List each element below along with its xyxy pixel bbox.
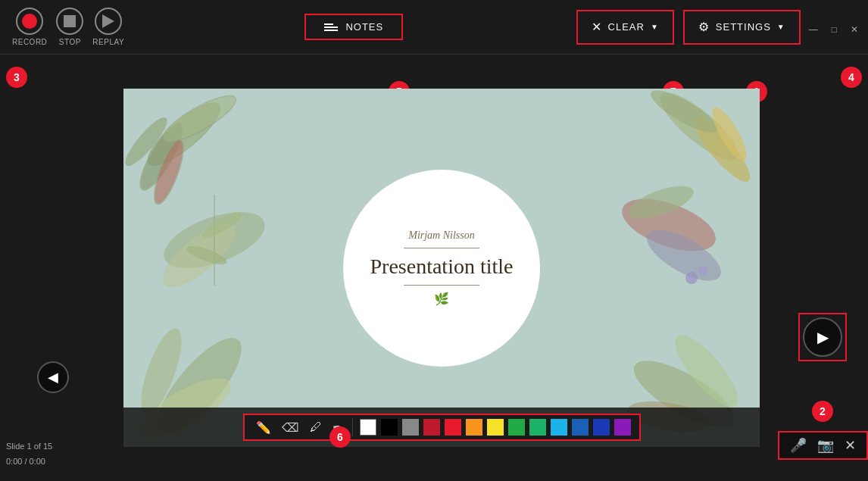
previous-slide-button[interactable]: ◀ [37, 361, 69, 393]
notes-label: NOTES [345, 21, 383, 33]
x-icon: ✕ [592, 20, 602, 34]
botanical-center-left [154, 180, 275, 301]
slide-wrapper: 5 7 1 [123, 89, 760, 447]
clear-chevron-icon: ▼ [651, 23, 659, 31]
record-dot [22, 14, 37, 29]
top-bar: RECORD STOP REPLAY NOTES [0, 0, 868, 55]
slide-title: Presentation title [358, 255, 526, 279]
left-panel: 3 ◀ Slide 1 of 15 0:00 / 0:00 [0, 55, 106, 481]
slide-author: Mirjam Nilsson [408, 230, 475, 242]
clear-label: CLEAR [608, 21, 645, 33]
badge-4: 4 [841, 67, 862, 88]
color-blue[interactable] [572, 419, 589, 436]
next-slide-area: ▶ [798, 313, 847, 361]
color-gray[interactable] [402, 419, 419, 436]
slide-leaf-icon: 🌿 [434, 292, 449, 306]
svg-point-17 [685, 272, 698, 284]
badge-2: 2 [812, 401, 833, 422]
slide-circle: Mirjam Nilsson Presentation title 🌿 [343, 170, 540, 367]
minimize-button[interactable]: — [805, 23, 822, 36]
close-media-button[interactable]: ✕ [840, 436, 860, 455]
maximize-button[interactable]: □ [828, 23, 841, 36]
bottom-toolbar: ✏️ ⌫ 🖊 ✒ [123, 408, 760, 447]
slide-time: 0:00 / 0:00 [6, 454, 100, 469]
replay-icon [95, 8, 122, 35]
gear-icon: ⚙ [698, 20, 710, 34]
badge-4-wrapper: 4 [783, 67, 862, 88]
badge-6: 6 [329, 426, 351, 448]
notes-area: NOTES [136, 0, 571, 54]
botanical-center-right [608, 164, 729, 316]
replay-label: REPLAY [92, 38, 124, 46]
drawing-tools: ✏️ ⌫ 🖊 ✒ [243, 414, 641, 441]
color-red-dark[interactable] [423, 419, 440, 436]
replay-triangle [102, 14, 114, 28]
color-cyan[interactable] [551, 419, 567, 436]
slide-info: Slide 1 of 15 [6, 439, 100, 454]
pen-tool-button[interactable]: ✏️ [252, 419, 275, 436]
slide: Mirjam Nilsson Presentation title 🌿 [123, 89, 760, 447]
main-area: 3 ◀ Slide 1 of 15 0:00 / 0:00 5 7 1 [0, 55, 868, 481]
color-orange[interactable] [466, 419, 482, 436]
laser-tool-button[interactable]: 🖊 [306, 419, 326, 436]
toolbar-divider [352, 418, 353, 436]
settings-button[interactable]: ⚙ SETTINGS ▼ [683, 10, 801, 45]
badge-3: 3 [6, 67, 27, 88]
svg-point-2 [158, 89, 241, 149]
stop-label: STOP [59, 38, 81, 46]
record-button[interactable]: RECORD [12, 8, 47, 46]
record-icon [16, 8, 43, 35]
top-right-controls: ✕ CLEAR ▼ ⚙ SETTINGS ▼ — □ ✕ [572, 0, 868, 54]
camera-button[interactable]: 📷 [813, 436, 838, 455]
recording-controls: RECORD STOP REPLAY [0, 0, 136, 54]
notes-button[interactable]: NOTES [304, 14, 403, 40]
media-controls: 🎤 📷 ✕ [778, 431, 868, 460]
replay-button[interactable]: REPLAY [92, 8, 124, 46]
notes-icon [324, 23, 338, 31]
color-black[interactable] [381, 419, 398, 436]
stop-square [64, 15, 76, 27]
slide-container: 5 7 1 [106, 55, 777, 481]
next-slide-button[interactable]: ▶ [803, 317, 842, 357]
color-green[interactable] [508, 419, 525, 436]
settings-chevron-icon: ▼ [777, 23, 785, 31]
slide-divider-bottom [404, 285, 479, 286]
slide-divider-top [404, 248, 479, 248]
eraser-tool-button[interactable]: ⌫ [278, 419, 303, 436]
clear-button[interactable]: ✕ CLEAR ▼ [576, 10, 674, 45]
color-red[interactable] [445, 419, 461, 436]
color-purple[interactable] [614, 419, 631, 436]
svg-point-18 [698, 266, 707, 275]
record-btn-group: RECORD STOP REPLAY [12, 8, 124, 46]
color-teal[interactable] [529, 419, 546, 436]
color-dark-blue[interactable] [593, 419, 610, 436]
record-label: RECORD [12, 38, 47, 46]
close-button[interactable]: ✕ [847, 23, 862, 36]
settings-label: SETTINGS [716, 21, 771, 33]
stop-button[interactable]: STOP [56, 8, 83, 46]
microphone-button[interactable]: 🎤 [785, 436, 811, 455]
right-panel: 4 ▶ 2 🎤 📷 ✕ [777, 55, 868, 481]
window-controls: — □ ✕ [805, 18, 868, 36]
color-white[interactable] [360, 419, 376, 436]
color-yellow[interactable] [487, 419, 504, 436]
stop-icon [56, 8, 83, 35]
